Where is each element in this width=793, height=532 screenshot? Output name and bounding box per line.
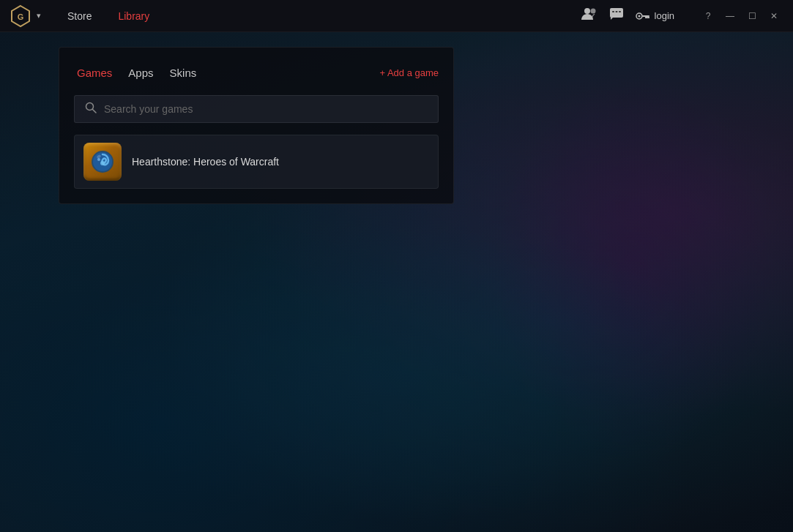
help-button[interactable]: ?	[698, 6, 718, 26]
tab-games[interactable]: Games	[74, 62, 125, 83]
add-game-button[interactable]: + Add a game	[379, 67, 439, 78]
tabs-row: Games Apps Skins + Add a game	[74, 62, 439, 83]
library-panel: Games Apps Skins + Add a game	[59, 47, 454, 204]
game-name-hearthstone: Hearthstone: Heroes of Warcraft	[132, 156, 279, 168]
svg-point-2	[584, 8, 590, 14]
svg-rect-4	[610, 8, 623, 18]
close-button[interactable]: ✕	[764, 6, 784, 26]
game-icon-hearthstone	[83, 143, 122, 181]
svg-text:G: G	[18, 12, 24, 21]
svg-rect-7	[619, 11, 621, 12]
nav-store[interactable]: Store	[56, 4, 103, 28]
search-bar	[74, 95, 439, 123]
svg-point-18	[97, 158, 100, 161]
svg-rect-11	[647, 17, 649, 18]
titlebar: G ▾ Store Library	[0, 0, 793, 32]
gog-logo-icon: G	[9, 4, 32, 28]
tab-apps[interactable]: Apps	[125, 62, 166, 83]
svg-rect-5	[612, 11, 614, 12]
search-input[interactable]	[104, 103, 428, 115]
logo-dropdown-arrow[interactable]: ▾	[37, 11, 41, 20]
app-window: G ▾ Store Library	[0, 0, 793, 532]
nav-library[interactable]: Library	[106, 4, 161, 28]
svg-line-14	[93, 110, 97, 113]
game-item-hearthstone[interactable]: Hearthstone: Heroes of Warcraft	[74, 135, 439, 189]
svg-point-9	[638, 15, 640, 17]
search-icon	[85, 102, 97, 116]
tab-skins[interactable]: Skins	[167, 62, 210, 83]
friends-icon[interactable]	[581, 7, 597, 24]
svg-point-3	[590, 9, 595, 14]
maximize-button[interactable]: ☐	[742, 6, 762, 26]
titlebar-right: login ? — ☐ ✕	[581, 6, 784, 26]
svg-point-17	[100, 161, 105, 165]
hearthstone-swirl	[89, 149, 116, 175]
window-controls: ? — ☐ ✕	[698, 6, 784, 26]
minimize-button[interactable]: —	[720, 6, 740, 26]
game-list: Hearthstone: Heroes of Warcraft	[74, 135, 439, 189]
svg-rect-6	[615, 11, 617, 12]
svg-rect-12	[645, 17, 647, 18]
chat-icon[interactable]	[609, 7, 624, 24]
main-content: Games Apps Skins + Add a game	[0, 32, 793, 204]
login-label[interactable]: login	[655, 10, 674, 21]
login-area[interactable]: login	[636, 10, 674, 21]
nav-links: Store Library	[56, 4, 581, 28]
logo-area[interactable]: G ▾	[9, 4, 41, 28]
svg-rect-10	[642, 15, 649, 17]
